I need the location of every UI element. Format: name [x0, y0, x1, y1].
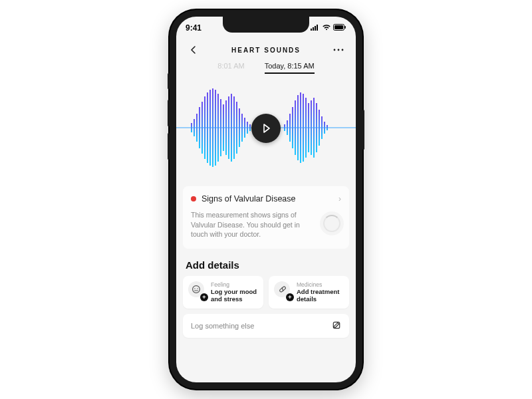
feeling-card[interactable]: + Feeling Log your mood and stress	[183, 276, 263, 309]
svg-rect-35	[284, 124, 285, 131]
svg-rect-28	[236, 102, 237, 154]
svg-point-8	[338, 49, 340, 51]
tab-current[interactable]: Today, 8:15 AM	[265, 62, 315, 74]
clock: 9:41	[186, 23, 201, 33]
back-button[interactable]	[184, 41, 203, 59]
plus-badge-icon: +	[200, 293, 208, 301]
svg-rect-26	[231, 94, 232, 162]
svg-rect-17	[207, 92, 208, 163]
svg-rect-21	[217, 94, 219, 162]
feeling-sub: Log your mood and stress	[211, 288, 258, 303]
screen: 9:41 HEART SOUNDS	[176, 17, 356, 382]
svg-rect-44	[308, 103, 309, 152]
chevron-left-icon	[189, 45, 198, 55]
more-icon	[333, 49, 344, 51]
svg-rect-46	[313, 98, 315, 158]
more-button[interactable]	[329, 41, 348, 59]
svg-rect-47	[316, 103, 317, 152]
svg-rect-3	[317, 25, 318, 31]
svg-point-7	[334, 49, 336, 51]
timestamp-tabs: 8:01 AM Today, 8:15 AM	[176, 61, 356, 76]
svg-rect-25	[228, 96, 229, 159]
tab-previous[interactable]: 8:01 AM	[217, 62, 244, 74]
svg-rect-33	[249, 124, 251, 131]
svg-rect-31	[244, 118, 245, 138]
alert-title: Signs of Valvular Disease	[201, 194, 333, 203]
svg-rect-40	[297, 95, 299, 160]
medicines-iconwrap: +	[274, 281, 293, 300]
svg-rect-29	[239, 108, 240, 147]
svg-rect-16	[204, 96, 205, 159]
svg-rect-6	[345, 26, 346, 29]
medicines-sub: Add treatment details	[297, 288, 344, 303]
edit-icon	[332, 321, 341, 331]
svg-point-52	[193, 286, 200, 293]
svg-rect-18	[209, 90, 211, 166]
svg-rect-36	[287, 120, 288, 135]
svg-rect-48	[319, 110, 320, 146]
svg-rect-39	[295, 100, 296, 155]
svg-rect-14	[199, 107, 200, 148]
svg-rect-1	[313, 27, 314, 31]
phone-frame: 9:41 HEART SOUNDS	[170, 10, 362, 389]
play-icon	[260, 122, 272, 134]
svg-rect-37	[289, 114, 291, 142]
waveform-area	[176, 76, 356, 180]
svg-rect-2	[315, 26, 316, 31]
svg-rect-23	[223, 104, 224, 151]
svg-rect-15	[201, 102, 203, 154]
svg-point-54	[197, 288, 198, 289]
svg-rect-20	[215, 90, 216, 166]
svg-rect-41	[300, 92, 301, 163]
svg-rect-49	[321, 116, 323, 139]
svg-rect-19	[212, 88, 213, 167]
svg-point-9	[342, 49, 344, 51]
signal-icon	[311, 23, 320, 33]
svg-rect-43	[305, 98, 307, 158]
loading-spinner-icon	[320, 211, 344, 235]
svg-rect-30	[241, 114, 243, 142]
svg-rect-5	[334, 25, 343, 29]
svg-rect-22	[220, 99, 221, 156]
svg-rect-42	[303, 94, 304, 162]
log-else-label: Log something else	[191, 322, 254, 330]
medicines-label: Medicines	[297, 281, 344, 288]
svg-rect-0	[311, 29, 312, 31]
page-title: HEART SOUNDS	[231, 47, 301, 54]
plus-badge-icon: +	[286, 293, 294, 301]
alert-header: Signs of Valvular Disease ›	[191, 194, 341, 203]
feeling-iconwrap: +	[188, 281, 207, 300]
chevron-right-icon: ›	[338, 194, 341, 203]
alert-description: This measurement shows signs of Valvular…	[191, 210, 341, 239]
svg-rect-45	[311, 100, 312, 155]
play-button[interactable]	[251, 114, 281, 143]
volume-up-button	[168, 100, 170, 126]
svg-rect-11	[191, 123, 192, 132]
svg-point-53	[194, 288, 195, 289]
svg-rect-27	[233, 96, 235, 159]
power-button	[362, 110, 364, 150]
content: HEART SOUNDS 8:01 AM Today, 8:15 AM	[176, 37, 356, 382]
log-something-else-button[interactable]: Log something else	[183, 314, 349, 338]
svg-rect-24	[225, 100, 227, 155]
svg-rect-50	[324, 122, 325, 134]
wifi-icon	[322, 23, 331, 33]
volume-down-button	[168, 133, 170, 160]
status-icons	[311, 23, 346, 33]
svg-rect-13	[196, 114, 198, 142]
alert-dot-icon	[191, 196, 196, 201]
alert-card[interactable]: Signs of Valvular Disease › This measure…	[183, 186, 349, 249]
notch	[223, 17, 309, 33]
header: HEART SOUNDS	[176, 37, 356, 61]
battery-icon	[333, 23, 346, 33]
detail-cards: + Feeling Log your mood and stress +	[176, 276, 356, 309]
medicines-card[interactable]: + Medicines Add treatment details	[269, 276, 349, 309]
feeling-label: Feeling	[211, 281, 258, 288]
svg-rect-38	[292, 107, 293, 148]
svg-rect-32	[247, 122, 248, 134]
svg-rect-51	[327, 125, 328, 130]
mute-switch	[168, 73, 170, 89]
add-details-heading: Add details	[176, 249, 356, 276]
svg-rect-12	[194, 119, 195, 136]
